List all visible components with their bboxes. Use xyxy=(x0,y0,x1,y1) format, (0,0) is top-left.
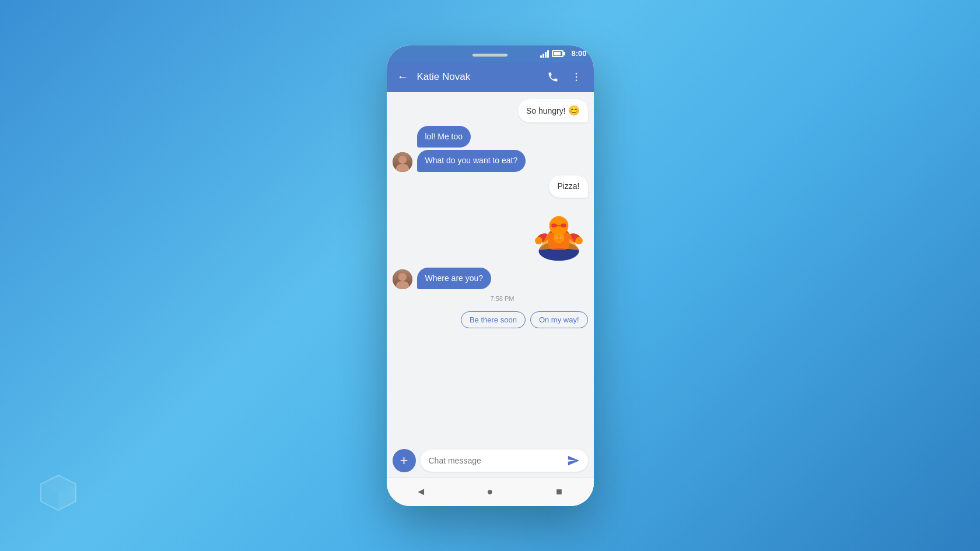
incoming-group-2: Where are you? xyxy=(393,268,588,290)
smart-reply-1[interactable]: Be there soon xyxy=(461,311,526,328)
status-icons: 8:00 xyxy=(540,49,586,58)
svg-point-12 xyxy=(575,237,583,244)
bubble-outgoing-2: Pizza! xyxy=(549,176,587,198)
msg-group-outgoing-1: So hungry! 😊 xyxy=(518,99,588,122)
svg-point-6 xyxy=(575,79,577,81)
emoji-1: 😊 xyxy=(568,106,580,115)
message-row-pizza: Pizza! xyxy=(393,176,588,198)
contact-name: Katie Novak xyxy=(417,71,542,83)
msg-group-outgoing-2: Pizza! xyxy=(549,176,587,198)
signal-icon xyxy=(540,50,549,58)
input-area: + xyxy=(387,444,594,477)
app-bar-actions xyxy=(542,66,587,87)
nav-home-button[interactable]: ● xyxy=(475,480,505,503)
more-button[interactable] xyxy=(566,66,587,87)
sticker-svg xyxy=(530,203,588,262)
messages-area: So hungry! 😊 lol! Me too What do you wan… xyxy=(387,92,594,444)
bubble-outgoing-1: So hungry! 😊 xyxy=(518,99,588,122)
svg-rect-15 xyxy=(561,223,566,227)
svg-point-11 xyxy=(535,237,542,244)
svg-rect-14 xyxy=(551,223,556,227)
timestamp: 7:58 PM xyxy=(393,295,588,302)
phone-shell: 8:00 ← Katie Novak xyxy=(387,45,594,506)
cube-logo xyxy=(35,469,82,516)
nav-recents-button[interactable]: ■ xyxy=(544,480,573,503)
avatar-1 xyxy=(393,152,412,172)
screen: 8:00 ← Katie Novak xyxy=(387,45,594,506)
smart-reply-2[interactable]: On my way! xyxy=(530,311,588,328)
avatar-image-2 xyxy=(393,269,412,289)
phone-speaker xyxy=(473,54,508,57)
bubble-incoming-3: Where are you? xyxy=(417,268,492,290)
battery-icon xyxy=(552,50,564,57)
sticker-area xyxy=(393,203,588,262)
incoming-group-1: lol! Me too What do you want to eat? xyxy=(393,126,588,172)
bubble-incoming-2: What do you want to eat? xyxy=(417,150,526,172)
message-row-1: So hungry! 😊 xyxy=(393,99,588,122)
add-button[interactable]: + xyxy=(393,449,416,472)
chat-input-wrapper xyxy=(421,450,588,472)
signal-bar-3 xyxy=(545,52,547,58)
app-bar: ← Katie Novak xyxy=(387,62,594,92)
bubble-incoming-1: lol! Me too xyxy=(417,126,471,148)
signal-bar-2 xyxy=(542,54,544,58)
msg-group-incoming-2: Where are you? xyxy=(417,268,492,290)
avatar-image-1 xyxy=(393,152,412,172)
status-time: 8:00 xyxy=(571,49,586,58)
svg-point-4 xyxy=(575,72,577,74)
signal-bar-1 xyxy=(540,55,542,58)
send-button[interactable] xyxy=(567,454,580,467)
back-button[interactable]: ← xyxy=(394,66,412,87)
battery-fill xyxy=(554,52,560,55)
avatar-2 xyxy=(393,269,412,289)
smart-replies: Be there soon On my way! xyxy=(393,311,588,328)
svg-point-5 xyxy=(575,76,577,78)
signal-bar-4 xyxy=(547,50,549,58)
nav-back-button[interactable]: ◄ xyxy=(407,480,436,503)
msg-group-incoming-1: lol! Me too What do you want to eat? xyxy=(417,126,526,172)
phone-button[interactable] xyxy=(542,66,564,87)
nav-bar: ◄ ● ■ xyxy=(387,477,594,506)
chat-message-input[interactable] xyxy=(429,456,567,465)
sticker xyxy=(530,203,588,262)
